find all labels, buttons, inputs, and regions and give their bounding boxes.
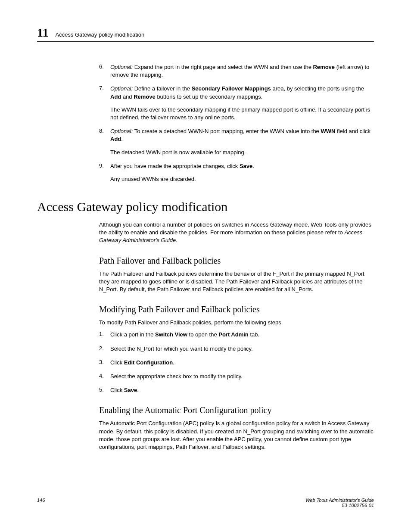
text-run: Optional: bbox=[110, 85, 134, 92]
text-run: WWN bbox=[321, 128, 335, 134]
step-item: 5.Click Save. bbox=[99, 386, 374, 394]
text-run: Optional: bbox=[110, 128, 134, 134]
text-run: Select the appropriate check box to modi… bbox=[110, 373, 243, 380]
text-run: Save bbox=[240, 163, 252, 169]
step-subtext: The detached WWN port is now available f… bbox=[110, 149, 374, 156]
step-subtext: The WWN fails over to the secondary mapp… bbox=[110, 106, 374, 121]
page-number: 146 bbox=[37, 498, 45, 508]
step-item: 3.Click Edit Configuration. bbox=[99, 359, 374, 367]
doc-id: 53-1002756-01 bbox=[305, 503, 374, 508]
step-item: 6.Optional: Expand the port in the right… bbox=[99, 63, 374, 79]
step-number: 9. bbox=[99, 162, 110, 183]
body-text: The Automatic Port Configuration (APC) p… bbox=[99, 420, 374, 451]
step-number: 6. bbox=[99, 63, 110, 79]
text-run: Although you can control a number of pol… bbox=[99, 221, 371, 236]
step-number: 3. bbox=[99, 359, 110, 367]
step-text: Select the appropriate check box to modi… bbox=[110, 373, 374, 380]
text-run: . bbox=[176, 237, 177, 243]
step-text: Click Save. bbox=[110, 386, 374, 394]
chapter-number: 11 bbox=[37, 26, 48, 40]
step-number: 7. bbox=[99, 85, 110, 121]
doc-title: Web Tools Administrator's Guide bbox=[305, 498, 374, 503]
text-run: Remove bbox=[134, 93, 156, 100]
text-run: Switch View bbox=[155, 331, 187, 338]
text-run: Add bbox=[110, 136, 121, 142]
step-item: 2.Select the N_Port for which you want t… bbox=[99, 345, 374, 353]
text-run: Define a failover in the bbox=[134, 85, 192, 92]
section-intro: Although you can control a number of pol… bbox=[99, 221, 374, 245]
text-run: Add bbox=[110, 93, 121, 100]
step-item: 1.Click a port in the Switch View to ope… bbox=[99, 331, 374, 339]
step-text: Optional: Define a failover in the Secon… bbox=[110, 85, 374, 121]
step-list: 6.Optional: Expand the port in the right… bbox=[99, 63, 374, 183]
step-item: 8.Optional: To create a detached WWN-N p… bbox=[99, 128, 374, 156]
text-run: . bbox=[173, 359, 174, 366]
step-item: 4.Select the appropriate check box to mo… bbox=[99, 373, 374, 380]
text-run: . bbox=[121, 136, 123, 142]
page-footer: 146 Web Tools Administrator's Guide 53-1… bbox=[37, 498, 374, 508]
text-run: buttons to set up the secondary mappings… bbox=[156, 93, 263, 100]
subsection-heading: Enabling the Automatic Port Configuratio… bbox=[99, 405, 374, 415]
text-run: After you have made the appropriate chan… bbox=[110, 163, 240, 169]
step-text: Optional: Expand the port in the right p… bbox=[110, 63, 374, 79]
text-run: To create a detached WWN-N port mapping,… bbox=[134, 128, 321, 134]
step-text: Click a port in the Switch View to open … bbox=[110, 331, 374, 339]
step-item: 7.Optional: Define a failover in the Sec… bbox=[99, 85, 374, 121]
step-number: 2. bbox=[99, 345, 110, 353]
step-list: 1.Click a port in the Switch View to ope… bbox=[99, 331, 374, 394]
text-run: Expand the port in the right page and se… bbox=[134, 64, 313, 70]
text-run: Click a port in the bbox=[110, 331, 155, 338]
text-run: Save bbox=[124, 387, 137, 393]
text-run: Remove bbox=[313, 64, 335, 70]
text-run: and bbox=[121, 93, 134, 100]
text-run: Edit Configuration bbox=[124, 359, 173, 366]
body-text: To modify Path Failover and Failback pol… bbox=[99, 319, 374, 327]
text-run: Port Admin bbox=[218, 331, 249, 338]
text-run: to open the bbox=[187, 331, 218, 338]
step-number: 4. bbox=[99, 373, 110, 380]
header-title: Access Gateway policy modification bbox=[55, 31, 144, 38]
text-run: . bbox=[137, 387, 139, 393]
text-run: Select the N_Port for which you want to … bbox=[110, 345, 253, 352]
text-run: area, by selecting the ports using the bbox=[271, 85, 364, 92]
step-text: Optional: To create a detached WWN-N por… bbox=[110, 128, 374, 156]
subsection-heading: Modifying Path Failover and Failback pol… bbox=[99, 305, 374, 314]
step-number: 1. bbox=[99, 331, 110, 339]
section-heading: Access Gateway policy modification bbox=[37, 199, 374, 214]
text-run: . bbox=[252, 163, 254, 169]
step-subtext: Any unused WWNs are discarded. bbox=[110, 175, 374, 183]
text-run: Secondary Failover Mappings bbox=[192, 85, 271, 92]
step-number: 5. bbox=[99, 386, 110, 394]
step-item: 9.After you have made the appropriate ch… bbox=[99, 162, 374, 183]
text-run: Click bbox=[110, 359, 124, 366]
step-number: 8. bbox=[99, 128, 110, 156]
step-text: Select the N_Port for which you want to … bbox=[110, 345, 374, 353]
step-text: After you have made the appropriate chan… bbox=[110, 162, 374, 183]
page-header: 11 Access Gateway policy modification bbox=[37, 26, 374, 42]
text-run: Optional: bbox=[110, 64, 134, 70]
text-run: field and click bbox=[335, 128, 371, 134]
text-run: Click bbox=[110, 387, 124, 393]
text-run: tab. bbox=[249, 331, 259, 338]
body-text: The Path Failover and Failback policies … bbox=[99, 270, 374, 294]
subsection-heading: Path Failover and Failback policies bbox=[99, 256, 374, 266]
step-text: Click Edit Configuration. bbox=[110, 359, 374, 367]
